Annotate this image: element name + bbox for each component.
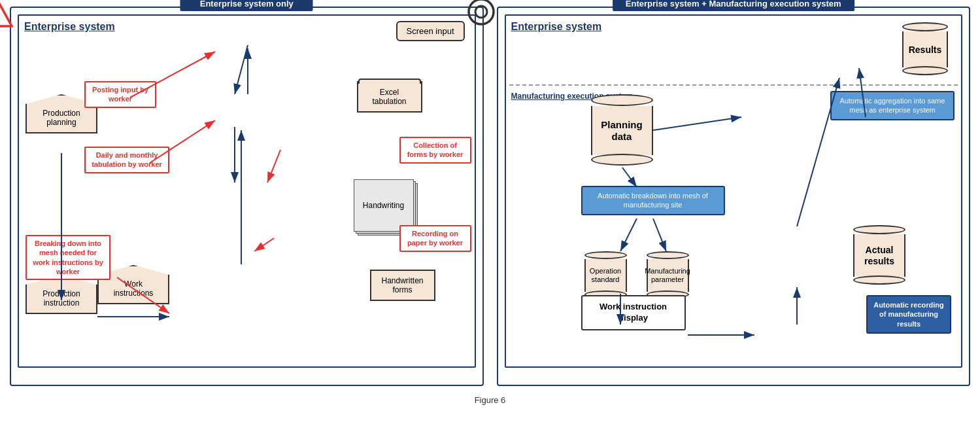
operation-standard-label: Operation standard [586,267,626,284]
svg-line-19 [653,219,666,251]
svg-line-17 [622,168,637,187]
red-recording-label: Recording on paper by worker [399,225,471,252]
manufacturing-parameter-cylinder: Manufacturing parameter [647,251,689,298]
svg-line-5 [235,45,248,94]
manufacturing-parameter-label: Manufacturing parameter [645,267,690,284]
left-header-badge: Enterprise system only [180,0,313,11]
operation-standard-cylinder: Operation standard [584,251,627,298]
right-header-badge: Enterprise system + Manufacturing execut… [613,0,854,11]
figure-caption: Figure 6 [475,395,506,405]
red-posting-label: Posting input by worker [84,81,156,108]
red-breaking-label: Breaking down into mesh needed for work … [25,235,110,280]
right-panel: Enterprise system + Manufacturing execut… [497,7,971,386]
production-instruction-box: Productioninstruction [25,275,97,314]
dashed-separator [509,84,958,86]
planning-data-cylinder: Planning data [591,94,653,166]
svg-marker-0 [0,0,12,26]
auto-recording-box: Automatic recording of manufacturing res… [866,295,951,334]
screen-input-box: Screen input [396,21,465,41]
svg-line-12 [254,238,274,251]
svg-line-18 [620,219,637,251]
svg-line-24 [653,117,741,130]
left-panel: Enterprise system only Enterprise system… [10,7,484,386]
handwritten-forms-box: Handwrittenforms [370,270,435,301]
circle-icon [467,0,496,28]
svg-point-15 [475,6,487,18]
right-outer-box: Enterprise system + Manufacturing execut… [497,7,971,386]
triangle-icon [0,0,13,27]
production-planning-label: Productionplanning [32,101,91,127]
results-label: Results [909,44,942,55]
left-inner-box: Enterprise system Screen input Productio… [18,14,476,368]
planning-data-label: Planning data [592,119,652,143]
results-cylinder: Results [902,22,948,75]
enterprise-title-right: Enterprise system [511,21,956,33]
red-collection-label: Collection of forms by worker [399,137,471,164]
svg-point-14 [469,0,494,24]
right-inner-box: Enterprise system Results Manufacturing … [505,14,963,368]
red-daily-label: Daily and monthly tabulation by worker [84,147,169,173]
left-arrows [19,16,411,382]
auto-aggregation-box: Automatic aggregation into same mesh as … [830,91,955,120]
svg-line-11 [267,150,280,183]
actual-results-cylinder: Actual results [853,225,905,285]
excel-tabulation-box: Exceltabulation [357,81,422,113]
actual-results-label: Actual results [854,245,904,267]
left-outer-box: Enterprise system only Enterprise system… [10,7,484,386]
auto-breakdown-box: Automatic breakdown into mesh of manufac… [581,186,725,215]
work-instruction-display: Work instruction display [581,295,686,330]
main-container: Enterprise system only Enterprise system… [0,0,980,393]
